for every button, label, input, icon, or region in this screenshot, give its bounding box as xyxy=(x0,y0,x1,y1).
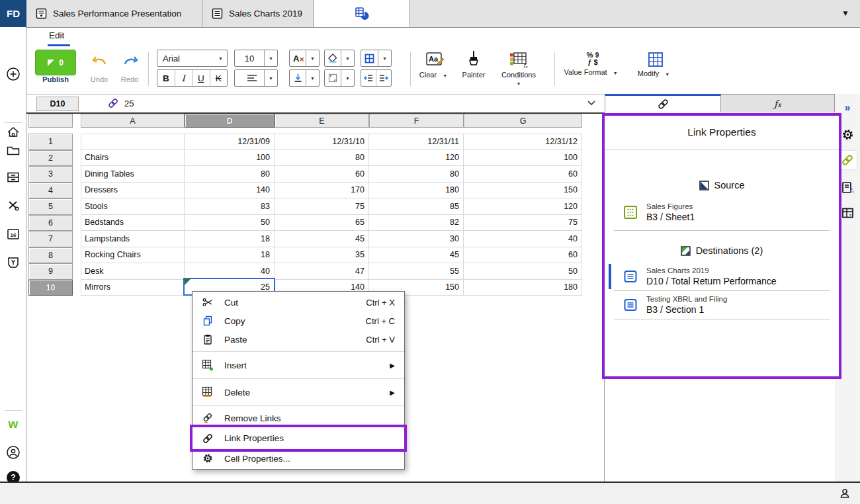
cell-F1[interactable]: 12/31/11 xyxy=(369,134,464,150)
edit-menu[interactable]: Edit xyxy=(49,30,64,40)
cell-F9[interactable]: 55 xyxy=(369,263,464,280)
user-icon[interactable] xyxy=(839,487,851,499)
conditions-button[interactable]: fx Conditions ▼ xyxy=(495,52,542,87)
menu-item-delete[interactable]: Delete▶ xyxy=(193,382,404,403)
cell-D5[interactable]: 83 xyxy=(185,198,275,215)
destination-item[interactable]: Sales Charts 2019D10 / Total Return Perf… xyxy=(614,263,830,291)
cell-G6[interactable]: 75 xyxy=(464,215,582,231)
cell-G10[interactable]: 180 xyxy=(464,280,582,296)
text-orientation-button[interactable]: ▼ xyxy=(324,69,355,87)
menu-item-copy[interactable]: CopyCtrl + C xyxy=(193,312,404,330)
cell-A10[interactable]: Mirrors xyxy=(81,280,185,296)
tab-sales-charts-2019[interactable]: Sales Charts 2019 xyxy=(202,0,314,27)
menu-item-cut[interactable]: CutCtrl + X xyxy=(193,293,404,312)
source-item[interactable]: Sales Figures B3 / Sheet1 xyxy=(605,198,839,226)
row-header-10[interactable]: 10 xyxy=(28,280,73,296)
menu-item-cell-properties[interactable]: Cell Properties... xyxy=(193,449,404,468)
cell-G1[interactable]: 12/31/12 xyxy=(464,134,582,150)
decrease-indent-button[interactable] xyxy=(361,70,376,86)
cell-D8[interactable]: 18 xyxy=(185,247,275,264)
account-icon[interactable] xyxy=(5,444,21,460)
home-icon[interactable] xyxy=(5,124,21,140)
cell-A8[interactable]: Rocking Chairs xyxy=(81,247,185,264)
add-icon[interactable] xyxy=(5,66,21,82)
vertical-align-button[interactable]: ▼ xyxy=(289,69,320,87)
panel-tab-formula[interactable]: ƒx xyxy=(721,94,835,112)
column-header-E[interactable]: E xyxy=(275,114,369,128)
row-header-4[interactable]: 4 xyxy=(28,183,73,199)
underline-button[interactable]: U xyxy=(192,70,210,86)
cell-E4[interactable]: 170 xyxy=(275,183,369,199)
cell-A5[interactable]: Stools xyxy=(81,198,185,215)
cell-A6[interactable]: Bedstands xyxy=(81,215,185,231)
font-color-button[interactable]: A✕ ▼ xyxy=(289,50,320,67)
row-header-1[interactable]: 1 xyxy=(28,134,73,150)
formula-bar-expand-icon[interactable] xyxy=(587,101,595,106)
menu-item-remove-links[interactable]: Remove Links xyxy=(193,409,404,427)
row-header-9[interactable]: 9 xyxy=(28,263,73,280)
undo-icon[interactable] xyxy=(91,54,108,69)
cell-F8[interactable]: 45 xyxy=(369,247,464,264)
cell-E5[interactable]: 75 xyxy=(275,198,369,215)
cell-E9[interactable]: 47 xyxy=(275,263,369,280)
cell-D7[interactable]: 18 xyxy=(185,231,275,247)
cell-E1[interactable]: 12/31/10 xyxy=(275,134,369,150)
menu-item-paste[interactable]: PasteCtrl + V xyxy=(193,330,404,349)
strikethrough-button[interactable]: K xyxy=(210,70,228,86)
fill-color-button[interactable]: ▼ xyxy=(324,50,355,67)
borders-button[interactable]: ▼ xyxy=(361,50,392,67)
column-header-A[interactable]: A xyxy=(81,114,185,128)
cell-reference-box[interactable]: D10 xyxy=(36,97,79,111)
column-header-F[interactable]: F xyxy=(369,114,464,128)
cell-G3[interactable]: 60 xyxy=(464,166,582,183)
cell-G8[interactable]: 60 xyxy=(464,247,582,264)
tab-active-spreadsheet[interactable] xyxy=(314,0,410,27)
cell-A9[interactable]: Desk xyxy=(81,263,185,280)
cell-G7[interactable]: 40 xyxy=(464,231,582,247)
cell-F4[interactable]: 180 xyxy=(369,183,464,199)
cell-A2[interactable]: Chairs xyxy=(81,150,185,167)
publish-button[interactable]: 0 xyxy=(35,50,76,75)
cell-E6[interactable]: 65 xyxy=(275,215,369,231)
destination-item[interactable]: Testing XBRL and FilingB3 / Section 1 xyxy=(614,291,830,319)
tab-sales-performance-presentation[interactable]: Sales Performance Presentation xyxy=(26,0,202,27)
cell-A4[interactable]: Dressers xyxy=(81,183,185,199)
cell-A3[interactable]: Dining Tables xyxy=(81,166,185,183)
cell-E3[interactable]: 60 xyxy=(275,166,369,183)
window-menu-caret[interactable]: ▼ xyxy=(841,9,849,18)
cell-D2[interactable]: 100 xyxy=(185,150,275,167)
menu-item-insert[interactable]: Insert▶ xyxy=(193,355,404,376)
cell-A7[interactable]: Lampstands xyxy=(81,231,185,247)
redo-icon[interactable] xyxy=(122,54,139,69)
font-size-select[interactable]: 10 ▼ xyxy=(234,50,278,67)
cell-G4[interactable]: 150 xyxy=(464,183,582,199)
cut-clip-icon[interactable] xyxy=(5,198,21,214)
increase-indent-button[interactable] xyxy=(376,70,391,86)
cell-E2[interactable]: 80 xyxy=(275,150,369,167)
column-header-D[interactable]: D xyxy=(185,114,275,128)
row-header-5[interactable]: 5 xyxy=(28,198,73,215)
clear-button[interactable]: Aa Clear ▼ xyxy=(417,52,454,79)
cell-G5[interactable]: 120 xyxy=(464,198,582,215)
grid-corner-cell[interactable] xyxy=(28,114,73,128)
cell-E7[interactable]: 45 xyxy=(275,231,369,247)
cell-D6[interactable]: 50 xyxy=(185,215,275,231)
w-logo[interactable]: w xyxy=(5,416,21,432)
bold-button[interactable]: B xyxy=(157,70,175,86)
cell-A1[interactable] xyxy=(81,134,185,150)
menu-item-link-properties[interactable]: Link Properties xyxy=(193,427,404,449)
tag-icon[interactable] xyxy=(5,255,21,271)
formula-input[interactable]: 25 xyxy=(124,99,134,108)
cell-F3[interactable]: 80 xyxy=(369,166,464,183)
row-header-8[interactable]: 8 xyxy=(28,247,73,264)
column-header-G[interactable]: G xyxy=(464,114,582,128)
calendar-icon[interactable]: 16 xyxy=(5,226,21,242)
panel-tab-link-properties[interactable] xyxy=(605,94,721,112)
cell-D4[interactable]: 140 xyxy=(185,183,275,199)
italic-button[interactable]: I xyxy=(175,70,193,86)
cell-D9[interactable]: 40 xyxy=(185,263,275,280)
cell-F5[interactable]: 85 xyxy=(369,198,464,215)
painter-button[interactable]: Painter xyxy=(458,50,490,79)
value-format-button[interactable]: % 9ƒ $ Value Format ▼ xyxy=(562,52,623,76)
cell-D1[interactable]: 12/31/09 xyxy=(185,134,275,150)
